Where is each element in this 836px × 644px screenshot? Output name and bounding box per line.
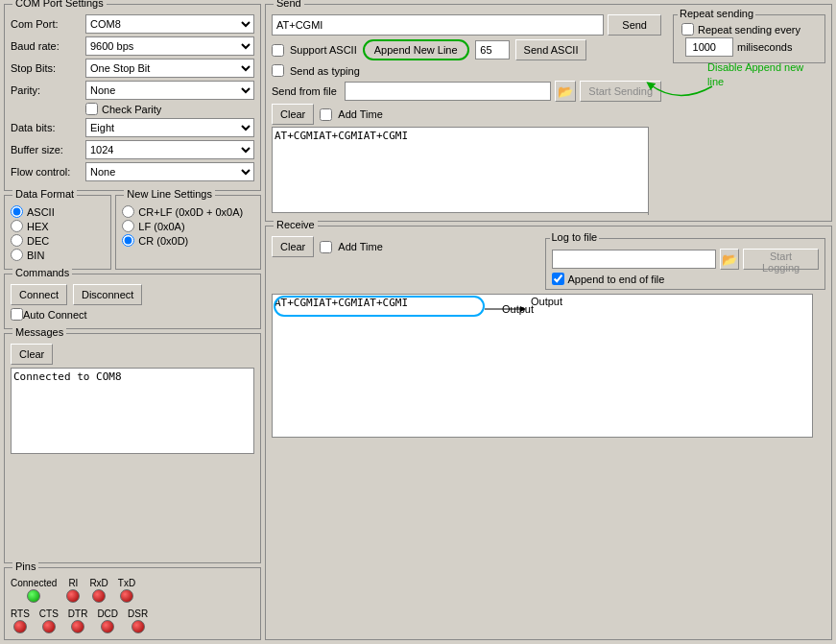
repeat-sending-group: Repeat sending Repeat sending every mili… bbox=[673, 14, 825, 63]
pin-dsr-label: DSR bbox=[128, 608, 148, 619]
send-as-typing-checkbox[interactable] bbox=[272, 64, 284, 77]
pin-cts-led bbox=[42, 620, 56, 633]
send-textarea[interactable]: AT+CGMIAT+CGMIAT+CGMI bbox=[272, 127, 661, 213]
miliseconds-label: miliseconds bbox=[737, 41, 792, 53]
disconnect-button[interactable]: Disconnect bbox=[73, 284, 142, 305]
add-time-checkbox[interactable] bbox=[320, 108, 332, 121]
pin-dsr-led bbox=[131, 620, 145, 633]
data-bits-select[interactable]: Eight bbox=[85, 118, 254, 137]
receive-add-time-label: Add Time bbox=[338, 241, 382, 252]
pin-txd-led bbox=[120, 589, 133, 603]
start-sending-button[interactable]: Start Sending bbox=[580, 81, 661, 102]
pin-rxd-led bbox=[92, 589, 106, 603]
num-input[interactable] bbox=[475, 40, 510, 60]
pin-txd: TxD bbox=[118, 578, 135, 603]
receive-title: Receive bbox=[274, 219, 318, 230]
send-title: Send bbox=[274, 0, 304, 9]
stop-bits-label: Stop Bits: bbox=[11, 62, 85, 74]
repeat-interval-input[interactable] bbox=[685, 37, 733, 57]
pin-ri: RI bbox=[66, 578, 80, 603]
dec-label: DEC bbox=[27, 235, 49, 247]
pin-dtr: DTR bbox=[68, 608, 88, 633]
bin-label: BIN bbox=[27, 250, 44, 261]
pin-dcd-led bbox=[101, 620, 114, 633]
start-logging-button[interactable]: Start Logging bbox=[743, 249, 819, 270]
log-file-browse-button[interactable]: 📂 bbox=[720, 249, 740, 270]
pin-dsr: DSR bbox=[128, 608, 148, 633]
lf-label: LF (0x0A) bbox=[138, 221, 184, 232]
repeat-label: Repeat sending every bbox=[698, 24, 800, 36]
cr-label: CR (0x0D) bbox=[138, 235, 188, 247]
auto-connect-label: Auto Connect bbox=[23, 309, 87, 321]
newline-settings-title: New Line Settings bbox=[124, 188, 215, 200]
com-port-settings-group: COM Port Settings Com Port: COM8 Baud ra… bbox=[4, 4, 261, 191]
com-port-select[interactable]: COM8 bbox=[85, 14, 254, 34]
dec-radio[interactable] bbox=[11, 234, 23, 247]
ascii-radio[interactable] bbox=[11, 205, 23, 218]
pin-dcd: DCD bbox=[97, 608, 118, 633]
send-clear-button[interactable]: Clear bbox=[272, 104, 314, 125]
commands-group: Commands Connect Disconnect Auto Connect bbox=[4, 274, 261, 329]
pin-txd-label: TxD bbox=[118, 578, 135, 588]
ascii-label: ASCII bbox=[27, 206, 55, 218]
com-port-label: Com Port: bbox=[11, 18, 85, 30]
receive-scrollbar[interactable] bbox=[812, 294, 825, 438]
support-ascii-label: Support ASCII bbox=[290, 44, 357, 56]
connect-button[interactable]: Connect bbox=[11, 284, 67, 305]
baud-rate-select[interactable]: 9600 bps bbox=[85, 36, 254, 56]
send-button[interactable]: Send bbox=[608, 14, 661, 36]
cr-radio[interactable] bbox=[122, 234, 134, 247]
stop-bits-select[interactable]: One Stop Bit bbox=[85, 59, 254, 78]
commands-title: Commands bbox=[12, 267, 72, 278]
receive-group: Receive Clear Add Time Log to file bbox=[265, 226, 832, 640]
parity-select[interactable]: None bbox=[85, 81, 254, 100]
send-group: Send Send Support ASCII Append New L bbox=[265, 4, 832, 222]
bin-radio[interactable] bbox=[11, 249, 23, 261]
pin-rts: RTS bbox=[11, 608, 30, 633]
pin-rxd-label: RxD bbox=[89, 578, 107, 588]
send-input[interactable] bbox=[272, 14, 604, 36]
hex-label: HEX bbox=[27, 221, 49, 232]
add-time-label: Add Time bbox=[338, 108, 382, 120]
log-to-file-title: Log to file bbox=[550, 231, 600, 243]
crlf-radio[interactable] bbox=[122, 205, 134, 218]
send-from-file-label: Send from file bbox=[272, 85, 337, 97]
lf-radio[interactable] bbox=[122, 220, 134, 232]
data-format-title: Data Format bbox=[12, 188, 77, 200]
pin-dtr-label: DTR bbox=[68, 608, 88, 619]
pin-cts: CTS bbox=[39, 608, 59, 633]
receive-add-time-checkbox[interactable] bbox=[320, 241, 332, 253]
append-new-line-button[interactable]: Append New Line bbox=[363, 39, 469, 60]
append-to-end-checkbox[interactable] bbox=[552, 273, 564, 285]
send-as-typing-label: Send as typing bbox=[290, 65, 360, 77]
messages-clear-button[interactable]: Clear bbox=[11, 344, 53, 365]
send-ascii-button[interactable]: Send ASCII bbox=[515, 39, 587, 60]
repeat-sending-title: Repeat sending bbox=[678, 8, 755, 19]
data-bits-label: Data bits: bbox=[11, 122, 85, 133]
buffer-size-label: Buffer size: bbox=[11, 144, 85, 155]
auto-connect-checkbox[interactable] bbox=[11, 308, 23, 321]
hex-radio[interactable] bbox=[11, 220, 23, 232]
pin-rts-label: RTS bbox=[11, 608, 30, 619]
check-parity-label: Check Parity bbox=[102, 104, 161, 115]
pins-title: Pins bbox=[12, 561, 38, 572]
send-file-input[interactable] bbox=[345, 82, 551, 101]
buffer-size-select[interactable]: 1024 bbox=[85, 140, 254, 159]
log-file-input[interactable] bbox=[552, 250, 716, 269]
repeat-checkbox[interactable] bbox=[681, 23, 694, 36]
support-ascii-checkbox[interactable] bbox=[272, 44, 284, 57]
messages-title: Messages bbox=[12, 326, 66, 338]
flow-control-select[interactable]: None bbox=[85, 162, 254, 181]
pin-connected-led bbox=[27, 589, 40, 603]
receive-textarea[interactable]: AT+CGMIAT+CGMIAT+CGMI bbox=[272, 294, 825, 438]
pin-connected-label: Connected bbox=[11, 578, 57, 588]
crlf-label: CR+LF (0x0D + 0x0A) bbox=[138, 206, 243, 218]
receive-clear-button[interactable]: Clear bbox=[272, 236, 314, 257]
pins-group: Pins Connected RI RxD bbox=[4, 567, 261, 640]
messages-textarea[interactable]: Connected to COM8 bbox=[11, 368, 254, 454]
check-parity-checkbox[interactable] bbox=[85, 103, 98, 115]
parity-label: Parity: bbox=[11, 84, 85, 96]
file-browse-button[interactable]: 📂 bbox=[555, 81, 576, 102]
pin-ri-led bbox=[66, 589, 80, 603]
newline-settings-group: New Line Settings CR+LF (0x0D + 0x0A) LF… bbox=[115, 195, 261, 270]
